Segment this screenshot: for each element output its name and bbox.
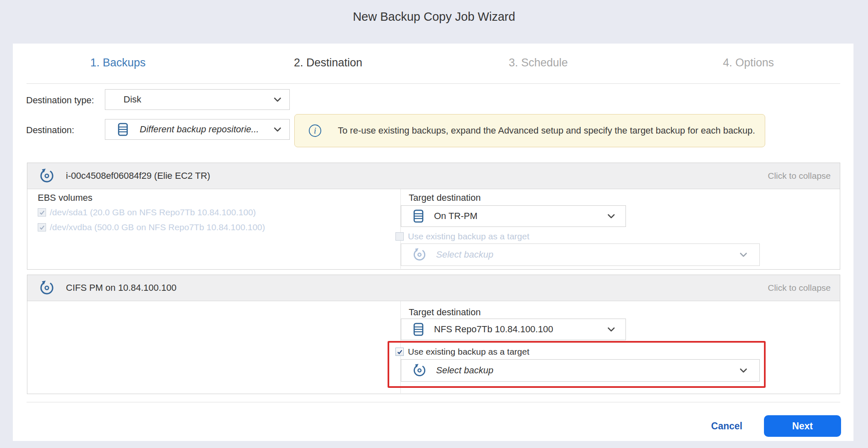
backup-restore-icon [412,363,427,378]
repository-icon [118,123,128,136]
steps-divider [27,83,840,84]
backup-section-ec2: i-00c4508ef06084f29 (Elie EC2 TR) Click … [27,163,840,270]
step-destination[interactable]: 2. Destination [223,51,433,74]
info-banner-text: To re-use existing backups, expand the A… [338,125,755,136]
cancel-button[interactable]: Cancel [711,421,742,432]
chevron-down-icon [740,368,747,373]
step-schedule[interactable]: 3. Schedule [433,51,643,74]
section-body: Target destination NFS Repo7Tb 10.84.100… [27,301,840,393]
section-body: EBS volumes /dev/sda1 (20.0 GB on NFS Re… [27,189,840,269]
backup-section-cifs: CIFS PM on 10.84.100.100 Click to collap… [27,275,840,394]
target-destination-select[interactable]: NFS Repo7Tb 10.84.100.100 [401,319,626,340]
target-destination-value: NFS Repo7Tb 10.84.100.100 [434,324,553,335]
destination-label: Destination: [26,125,74,136]
section-title: CIFS PM on 10.84.100.100 [66,282,177,293]
ebs-volumes-title: EBS volumes [38,192,92,203]
use-existing-label: Use existing backup as a target [408,231,529,241]
use-existing-backup-row: Use existing backup as a target [395,231,529,241]
section-header-cifs[interactable]: CIFS PM on 10.84.100.100 Click to collap… [27,275,840,301]
collapse-toggle[interactable]: Click to collapse [768,283,831,293]
wizard-steps: 1. Backups 2. Destination 3. Schedule 4.… [13,51,853,74]
step-options[interactable]: 4. Options [643,51,853,74]
collapse-toggle[interactable]: Click to collapse [768,171,831,181]
next-button[interactable]: Next [764,415,841,437]
chevron-down-icon [608,327,615,332]
info-icon: i [309,124,321,137]
repository-icon [413,209,424,223]
volume-label: /dev/xvdba (500.0 GB on NFS Repo7Tb 10.8… [50,222,265,232]
step-backups[interactable]: 1. Backups [13,51,223,74]
backup-restore-icon [39,168,55,184]
select-backup-dropdown: Select backup [401,243,760,266]
use-existing-label[interactable]: Use existing backup as a target [408,347,529,357]
select-backup-dropdown[interactable]: Select backup [401,359,760,382]
footer: Cancel Next [711,415,841,437]
chevron-down-icon [608,214,615,219]
footer-divider [27,402,840,402]
destination-type-select[interactable]: Disk [105,89,290,110]
select-backup-placeholder: Select backup [436,365,493,376]
info-banner: i To re-use existing backups, expand the… [294,114,765,147]
destination-select[interactable]: Different backup repositorie... [105,119,290,140]
target-destination-label: Target destination [409,307,481,318]
volume-checkbox [38,208,46,217]
target-destination-select[interactable]: On TR-PM [401,205,626,227]
destination-type-label: Destination type: [26,95,94,106]
wizard-title: New Backup Copy Job Wizard [0,10,868,24]
volume-label: /dev/sda1 (20.0 GB on NFS Repo7Tb 10.84.… [50,207,256,217]
target-destination-label: Target destination [409,192,481,203]
use-existing-checkbox[interactable] [395,348,404,356]
section-header-ec2[interactable]: i-00c4508ef06084f29 (Elie EC2 TR) Click … [27,163,840,189]
chevron-down-icon [274,127,281,132]
volume-row: /dev/sda1 (20.0 GB on NFS Repo7Tb 10.84.… [38,207,256,217]
destination-type-value: Disk [124,94,141,105]
volume-checkbox [38,223,46,231]
backup-restore-icon [39,280,55,296]
use-existing-backup-row: Use existing backup as a target [395,347,529,357]
backup-restore-icon [412,247,427,262]
target-destination-value: On TR-PM [434,211,478,222]
volume-row: /dev/xvdba (500.0 GB on NFS Repo7Tb 10.8… [38,222,265,232]
chevron-down-icon [274,97,281,102]
section-title: i-00c4508ef06084f29 (Elie EC2 TR) [66,170,210,181]
destination-value: Different backup repositorie... [140,124,259,135]
use-existing-checkbox [395,232,404,241]
wizard-dialog: 1. Backups 2. Destination 3. Schedule 4.… [13,44,853,441]
select-backup-placeholder: Select backup [436,249,493,260]
repository-icon [413,323,424,336]
chevron-down-icon [740,253,747,257]
